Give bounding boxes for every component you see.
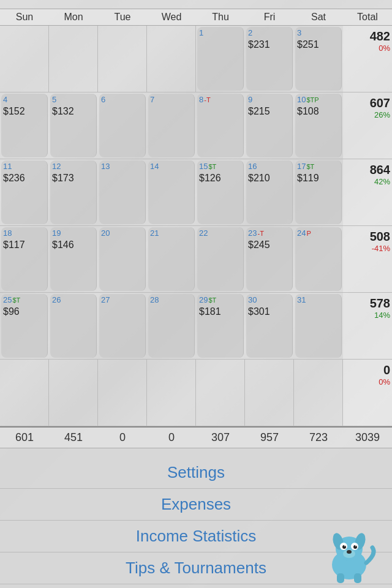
cell-tag: $T	[306, 163, 314, 170]
cell-day-number: 8	[199, 95, 203, 105]
cell-day-number: 10	[297, 95, 306, 105]
week-total-amount: 607	[370, 96, 390, 110]
cal-cell-w1c6[interactable]: 10$TP$108	[295, 94, 342, 157]
menu-item-3[interactable]: Settings	[0, 457, 392, 489]
week-total-cell-5: 00%	[343, 360, 392, 426]
day-header-total: Total	[343, 10, 392, 24]
cal-cell-w3c3[interactable]: 21	[148, 227, 195, 291]
cal-cell-w1c4[interactable]: 8-T	[197, 94, 244, 157]
cell-amount: $117	[3, 239, 45, 251]
cal-cell-w5c1	[49, 360, 98, 426]
column-total-5: 957	[245, 431, 294, 444]
column-total-0: 601	[0, 431, 49, 444]
day-header-tue: Tue	[98, 10, 147, 24]
cell-day-number: 20	[101, 228, 110, 238]
svg-point-11	[355, 545, 356, 546]
cal-cell-w0c5[interactable]: 2$231	[246, 27, 293, 91]
cell-day-number: 19	[52, 228, 61, 238]
cell-amount: $181	[199, 306, 241, 317]
week-total-pct: 42%	[374, 177, 390, 186]
cal-cell-w3c6[interactable]: 24P	[295, 227, 342, 291]
cell-day-number: 28	[150, 295, 159, 305]
cell-day-number: 5	[52, 95, 56, 105]
menu-items-container: SettingsExpensesIncome StatisticsTips & …	[0, 457, 392, 584]
cal-cell-w2c2[interactable]: 13	[99, 160, 146, 224]
cell-day-number: 30	[248, 295, 257, 305]
cal-cell-w1c1[interactable]: 5$132	[50, 94, 97, 157]
column-total-2: 0	[98, 431, 147, 444]
week-row-1: 4$1525$132678-T9$21510$TP$10860726%	[0, 92, 392, 159]
cell-amount: $210	[248, 173, 290, 184]
cell-day-number: 24	[297, 228, 306, 238]
cell-amount: $152	[3, 106, 45, 117]
cal-cell-w1c0[interactable]: 4$152	[1, 94, 48, 157]
cell-day-number: 18	[3, 228, 12, 238]
cell-day-number: 15	[199, 162, 208, 172]
cal-cell-w2c5[interactable]: 16$210	[246, 160, 293, 224]
week-row-3: 18$11719$14620212223-T$24524P508-41%	[0, 226, 392, 293]
cell-day-number: 6	[101, 95, 105, 105]
cal-cell-w3c4[interactable]: 22	[197, 227, 244, 291]
cal-cell-w2c4[interactable]: 15$T$126	[197, 160, 244, 224]
week-total-amount: 482	[370, 29, 390, 43]
week-total-pct: -41%	[372, 244, 390, 253]
day-header-thu: Thu	[196, 10, 245, 24]
week-total-pct: 0%	[379, 377, 390, 386]
cell-amount: $215	[248, 106, 290, 117]
cell-amount: $96	[3, 306, 45, 317]
cal-cell-w3c1[interactable]: 19$146	[50, 227, 97, 291]
cell-tag: $T	[208, 296, 216, 304]
cal-cell-w4c4[interactable]: 29$T$181	[197, 294, 244, 358]
cal-cell-w2c1[interactable]: 12$173	[50, 160, 97, 224]
cal-cell-w3c5[interactable]: 23-T$245	[246, 227, 293, 291]
cal-cell-w2c0[interactable]: 11$236	[1, 160, 48, 224]
cal-cell-w1c2[interactable]: 6	[99, 94, 146, 157]
cell-day-number: 13	[101, 162, 110, 172]
cal-cell-w3c2[interactable]: 20	[99, 227, 146, 291]
cell-tag: $T	[12, 296, 20, 304]
week-total-cell-3: 508-41%	[343, 226, 392, 292]
cell-amount: $173	[52, 173, 94, 184]
status-bar	[0, 0, 392, 5]
cal-cell-w5c0	[0, 360, 49, 426]
cal-cell-w2c3[interactable]: 14	[148, 160, 195, 224]
week-row-4: 25$T$9626272829$T$18130$3013157814%	[0, 293, 392, 360]
cell-amount: $108	[297, 106, 339, 117]
cal-cell-w2c6[interactable]: 17$T$119	[295, 160, 342, 224]
cal-cell-w4c2[interactable]: 27	[99, 294, 146, 358]
cal-cell-w0c4[interactable]: 1	[197, 27, 244, 91]
week-total-pct: 26%	[374, 110, 390, 119]
svg-point-10	[344, 545, 345, 546]
cal-cell-w4c1[interactable]: 26	[50, 294, 97, 358]
svg-point-5	[347, 550, 352, 554]
cell-day-number: 2	[248, 28, 252, 38]
week-total-amount: 508	[370, 230, 390, 244]
cell-day-number: 1	[199, 28, 203, 38]
cell-amount: $126	[199, 173, 241, 184]
cal-cell-w4c0[interactable]: 25$T$96	[1, 294, 48, 358]
svg-point-9	[353, 545, 357, 549]
cell-amount: $251	[297, 39, 339, 50]
svg-rect-12	[337, 573, 344, 583]
cell-tag: -T	[257, 230, 263, 237]
cal-cell-w5c5	[245, 360, 294, 426]
svg-point-8	[342, 545, 346, 549]
cell-day-number: 26	[52, 295, 61, 305]
cal-cell-w4c3[interactable]: 28	[148, 294, 195, 358]
cell-day-number: 21	[150, 228, 159, 238]
cal-cell-w4c6[interactable]: 31	[295, 294, 342, 358]
cell-tag: -T	[204, 96, 210, 104]
cal-cell-w1c5[interactable]: 9$215	[246, 94, 293, 157]
day-header-sat: Sat	[294, 10, 343, 24]
cal-cell-w5c2	[98, 360, 147, 426]
week-total-amount: 578	[370, 296, 390, 311]
cal-cell-w3c0[interactable]: 18$117	[1, 227, 48, 291]
week-row-2: 11$23612$173131415$T$12616$21017$T$11986…	[0, 159, 392, 226]
cal-cell-w1c3[interactable]: 7	[148, 94, 195, 157]
cal-cell-w0c6[interactable]: 3$251	[295, 27, 342, 91]
cell-amount: $236	[3, 173, 45, 184]
week-total-cell-4: 57814%	[343, 293, 392, 359]
cal-cell-w4c5[interactable]: 30$301	[246, 294, 293, 358]
menu-item-2[interactable]: Expenses	[0, 489, 392, 521]
cal-cell-w5c6	[294, 360, 343, 426]
